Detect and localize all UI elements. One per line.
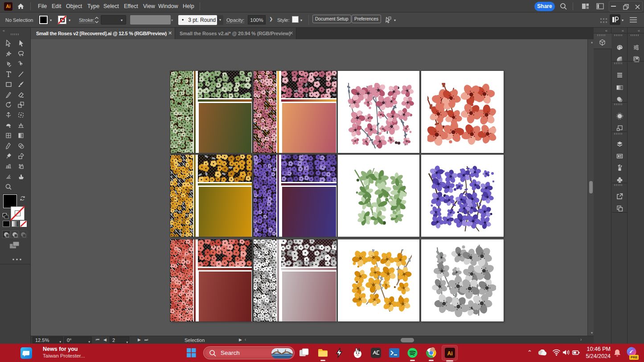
svg-text:Ai: Ai <box>447 350 453 357</box>
